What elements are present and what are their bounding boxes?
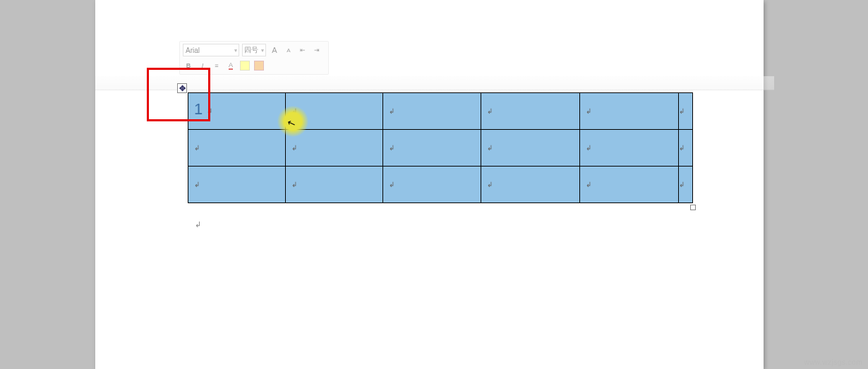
decrease-indent-button[interactable]: ⇤ xyxy=(297,44,308,56)
table-cell[interactable]: ↲ xyxy=(382,167,481,203)
para-mark-icon: ↲ xyxy=(389,107,394,115)
table-cell[interactable]: ↲ xyxy=(580,130,679,167)
para-mark-icon: ↲ xyxy=(586,181,591,188)
para-mark-icon: ↲ xyxy=(679,107,685,115)
shrink-font-button[interactable]: A xyxy=(283,44,294,56)
table-cell[interactable]: ↲ xyxy=(188,130,286,167)
table-cell-end[interactable]: ↲ xyxy=(678,167,692,203)
table-cell[interactable]: ↲ xyxy=(481,93,580,130)
align-button[interactable]: ≡ xyxy=(211,60,222,71)
paragraph-mark: ↲ xyxy=(195,220,201,229)
para-mark-icon: ↲ xyxy=(679,181,685,188)
table-cell-end[interactable]: ↲ xyxy=(678,93,692,130)
para-mark-icon: ↲ xyxy=(291,144,297,152)
table-cell[interactable]: ↲ xyxy=(285,167,382,203)
highlight-icon xyxy=(240,61,250,71)
para-mark-icon: ↲ xyxy=(389,144,394,152)
table-cell[interactable]: ↲ xyxy=(382,130,481,167)
table-cell-end[interactable]: ↲ xyxy=(678,130,692,167)
font-name-select[interactable]: Arial xyxy=(183,44,239,56)
fill-icon xyxy=(254,61,264,71)
table-row[interactable]: 1 ↲ ↲ ↲ ↲ ↲ ↲ xyxy=(188,93,693,130)
table-cell[interactable]: ↲ xyxy=(382,93,481,130)
para-mark-icon: ↲ xyxy=(487,181,493,188)
red-annotation-box xyxy=(147,68,210,121)
table-cell[interactable]: ↲ xyxy=(188,167,286,203)
para-mark-icon: ↲ xyxy=(194,181,200,188)
para-mark-icon: ↲ xyxy=(291,181,297,188)
para-mark-icon: ↲ xyxy=(586,107,591,115)
para-mark-icon: ↲ xyxy=(194,144,200,152)
table-row[interactable]: ↲ ↲ ↲ ↲ ↲ ↲ xyxy=(188,167,693,203)
table-cell[interactable]: ↲ xyxy=(580,167,679,203)
font-color-button[interactable]: A xyxy=(225,60,236,71)
table-cell[interactable]: ↲ xyxy=(481,130,580,167)
grow-font-button[interactable]: A xyxy=(269,44,280,56)
document-table[interactable]: 1 ↲ ↲ ↲ ↲ ↲ ↲ ↲ ↲ ↲ ↲ ↲ ↲ ↲ ↲ ↲ ↲ ↲ ↲ xyxy=(188,92,693,203)
font-size-select[interactable]: 四号 xyxy=(242,44,266,56)
para-mark-icon: ↲ xyxy=(487,144,493,152)
fill-button[interactable] xyxy=(253,60,265,71)
highlight-button[interactable] xyxy=(239,60,251,71)
watermark-text: www.wzjsgs.com xyxy=(804,358,862,366)
increase-indent-button[interactable]: ⇥ xyxy=(311,44,323,56)
document-table-container: 1 ↲ ↲ ↲ ↲ ↲ ↲ ↲ ↲ ↲ ↲ ↲ ↲ ↲ ↲ ↲ ↲ ↲ ↲ xyxy=(188,92,693,203)
table-row[interactable]: ↲ ↲ ↲ ↲ ↲ ↲ xyxy=(188,130,693,167)
para-mark-icon: ↲ xyxy=(389,181,394,188)
table-cell[interactable]: ↲ xyxy=(481,167,580,203)
para-mark-icon: ↲ xyxy=(679,144,685,152)
para-mark-icon: ↲ xyxy=(586,144,591,152)
para-mark-icon: ↲ xyxy=(487,107,493,115)
font-color-glyph: A xyxy=(229,61,233,70)
table-resize-handle[interactable] xyxy=(690,205,696,210)
table-cell[interactable]: ↲ xyxy=(580,93,679,130)
